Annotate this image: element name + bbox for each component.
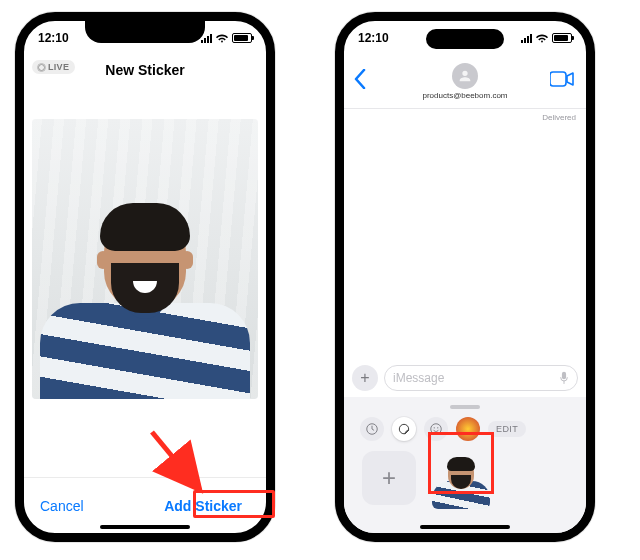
sticker-preview — [32, 119, 258, 399]
message-placeholder: iMessage — [393, 371, 444, 385]
annotation-box-add-sticker — [193, 490, 275, 518]
compose-bar: + iMessage — [344, 359, 586, 397]
recents-tab[interactable] — [360, 417, 384, 441]
stickers-tab[interactable] — [392, 417, 416, 441]
svg-point-5 — [434, 427, 435, 428]
conversation-body[interactable] — [344, 122, 586, 359]
facetime-button[interactable] — [550, 71, 574, 91]
svg-rect-2 — [562, 371, 566, 379]
status-time: 12:10 — [38, 31, 69, 45]
person-icon — [457, 68, 473, 84]
back-button[interactable] — [354, 69, 366, 95]
live-badge: LIVE — [32, 60, 75, 74]
home-indicator[interactable] — [100, 525, 190, 529]
wifi-icon — [536, 34, 548, 43]
sticker-peel-icon — [397, 422, 411, 436]
battery-icon — [552, 33, 572, 43]
message-input[interactable]: iMessage — [384, 365, 578, 391]
phone-new-sticker: 12:10 LIVE New Sticker — [15, 12, 275, 542]
sheet-title: New Sticker — [105, 62, 184, 78]
conversation-header: products@beebom.com — [344, 55, 586, 109]
status-time: 12:10 — [358, 31, 389, 45]
home-indicator[interactable] — [420, 525, 510, 529]
dictate-icon[interactable] — [559, 371, 569, 386]
battery-icon — [232, 33, 252, 43]
clock-icon — [365, 422, 379, 436]
live-label: LIVE — [48, 62, 69, 72]
dynamic-island — [426, 29, 504, 49]
cancel-button[interactable]: Cancel — [40, 498, 84, 514]
notch — [85, 21, 205, 43]
contact-info[interactable]: products@beebom.com — [422, 63, 507, 100]
avatar — [452, 63, 478, 89]
drawer-grabber[interactable] — [450, 405, 480, 409]
svg-rect-1 — [550, 72, 566, 86]
sheet-header: LIVE New Sticker — [24, 55, 266, 85]
live-icon — [38, 64, 45, 71]
person-portrait — [40, 189, 250, 399]
add-sticker-tile[interactable]: + — [362, 451, 416, 505]
cellular-icon — [521, 34, 532, 43]
contact-name: products@beebom.com — [422, 91, 507, 100]
svg-point-6 — [437, 427, 438, 428]
apps-plus-button[interactable]: + — [352, 365, 378, 391]
annotation-box-sticker — [428, 432, 494, 494]
wifi-icon — [216, 34, 228, 43]
delivered-label: Delivered — [344, 109, 586, 122]
